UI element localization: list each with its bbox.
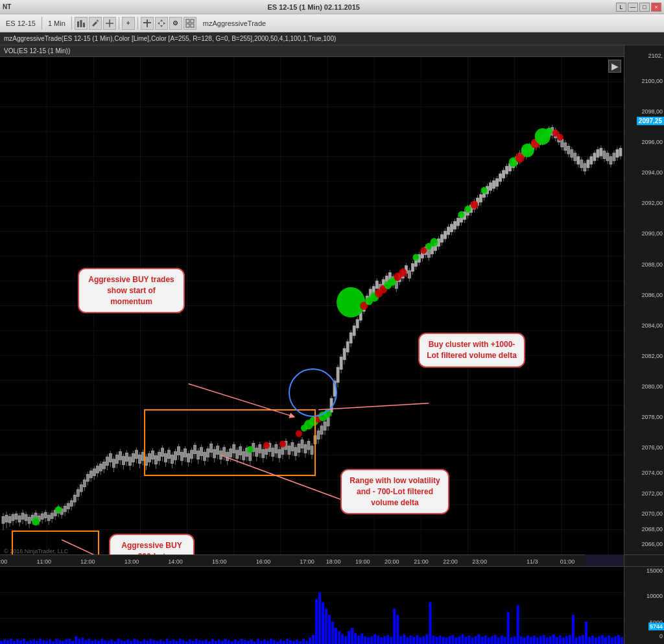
vol-infobar: VOL(ES 12-15 (1 Min)): [0, 45, 624, 57]
price-2102: 2102,: [648, 53, 663, 59]
svg-rect-486: [39, 639, 42, 644]
svg-point-452: [420, 247, 427, 254]
svg-rect-418: [603, 151, 606, 159]
plus-icon[interactable]: +: [122, 17, 135, 30]
svg-rect-6: [147, 19, 148, 27]
svg-rect-78: [51, 513, 53, 519]
price-axis-main: 2102, 2100,00 2098,00 2097,25 2096,00 20…: [624, 45, 664, 555]
svg-rect-628: [501, 636, 503, 644]
svg-rect-482: [26, 641, 29, 644]
svg-rect-140: [151, 451, 154, 459]
svg-rect-609: [438, 636, 441, 644]
svg-rect-555: [263, 639, 266, 644]
svg-rect-601: [412, 637, 415, 644]
svg-rect-589: [374, 634, 376, 644]
svg-rect-52: [8, 516, 11, 523]
toolbar: ES 12-15 1 Min + ⚙ mzAggressiveTrade: [0, 14, 664, 32]
time-label-1800: 18:00: [326, 558, 341, 565]
svg-rect-536: [202, 641, 204, 644]
svg-rect-501: [88, 639, 90, 644]
svg-rect-641: [543, 635, 545, 644]
svg-rect-588: [370, 636, 373, 644]
settings-icon[interactable]: ⚙: [169, 17, 182, 30]
footer: © 2016 NinjaTrader, LLC: [4, 548, 68, 555]
svg-rect-484: [32, 639, 35, 644]
close-button[interactable]: ×: [651, 3, 661, 12]
infobar: mzAggressiveTrade(ES 12-15 (1 Min),Color…: [0, 32, 664, 45]
svg-rect-116: [112, 459, 115, 468]
maximize-button[interactable]: □: [639, 3, 650, 12]
svg-point-431: [247, 446, 254, 453]
svg-rect-621: [478, 634, 480, 644]
minimize-button[interactable]: L: [616, 3, 626, 12]
svg-rect-614: [455, 638, 457, 644]
indicator-info: mzAggressiveTrade(ES 12-15 (1 Min),Color…: [4, 35, 336, 42]
svg-rect-260: [346, 342, 349, 352]
symbol-selector[interactable]: ES 12-15: [3, 18, 39, 29]
svg-rect-570: [312, 635, 314, 644]
svg-rect-412: [593, 153, 596, 161]
svg-rect-497: [75, 636, 77, 644]
svg-rect-529: [179, 639, 182, 644]
svg-rect-596: [396, 615, 399, 644]
volume-chart-svg: [0, 567, 624, 644]
svg-rect-266: [356, 320, 359, 328]
svg-rect-350: [493, 181, 495, 189]
svg-rect-300: [411, 264, 414, 272]
time-label-1600: 16:00: [256, 558, 271, 565]
price-2072: 2072,00: [641, 490, 663, 497]
app-icon: NT: [3, 3, 11, 10]
svg-rect-238: [311, 446, 313, 455]
svg-rect-594: [390, 637, 392, 644]
nav-button[interactable]: ▶: [608, 60, 621, 73]
svg-rect-402: [577, 156, 580, 164]
volume-chart[interactable]: [0, 566, 624, 644]
svg-rect-516: [136, 640, 139, 644]
minimize-window-button[interactable]: —: [628, 3, 638, 12]
svg-rect-604: [422, 636, 425, 644]
svg-rect-483: [29, 640, 32, 644]
svg-rect-561: [283, 641, 285, 644]
zoom-icon[interactable]: [141, 17, 154, 30]
svg-rect-507: [107, 641, 110, 644]
svg-rect-60: [21, 513, 24, 519]
svg-rect-539: [211, 639, 214, 644]
price-chart[interactable]: ▶: [0, 57, 624, 555]
svg-rect-214: [272, 448, 274, 457]
svg-rect-557: [270, 639, 272, 644]
svg-point-454: [430, 238, 438, 246]
svg-rect-190: [233, 445, 235, 453]
svg-rect-424: [613, 153, 615, 161]
svg-rect-342: [480, 195, 482, 202]
svg-rect-64: [28, 517, 30, 523]
svg-rect-178: [213, 449, 216, 458]
svg-rect-595: [393, 608, 396, 644]
svg-rect-474: [0, 641, 3, 644]
svg-rect-580: [344, 636, 347, 644]
svg-marker-9: [158, 22, 160, 25]
svg-rect-540: [215, 641, 217, 644]
svg-rect-146: [161, 448, 164, 457]
crosshair-icon[interactable]: [103, 17, 116, 30]
svg-rect-106: [96, 466, 99, 473]
indicator-label: mzAggressiveTrade: [203, 19, 266, 27]
svg-rect-505: [101, 639, 103, 644]
svg-rect-598: [403, 634, 405, 644]
svg-rect-534: [195, 639, 198, 644]
titlebar-controls[interactable]: L — □ ×: [616, 3, 661, 12]
svg-rect-562: [286, 639, 289, 644]
svg-rect-491: [55, 639, 58, 644]
svg-rect-584: [357, 636, 360, 644]
move-icon[interactable]: [155, 17, 168, 30]
svg-rect-537: [205, 639, 208, 644]
svg-rect-154: [174, 451, 177, 460]
timeframe-selector[interactable]: 1 Min: [45, 18, 69, 29]
svg-rect-158: [181, 452, 184, 460]
layout-icon[interactable]: [184, 17, 196, 30]
pencil-icon[interactable]: [89, 17, 102, 30]
svg-rect-122: [122, 457, 124, 465]
svg-rect-564: [292, 641, 295, 644]
svg-rect-228: [294, 447, 297, 456]
bar-chart-icon[interactable]: [75, 17, 88, 30]
svg-rect-576: [331, 621, 334, 644]
